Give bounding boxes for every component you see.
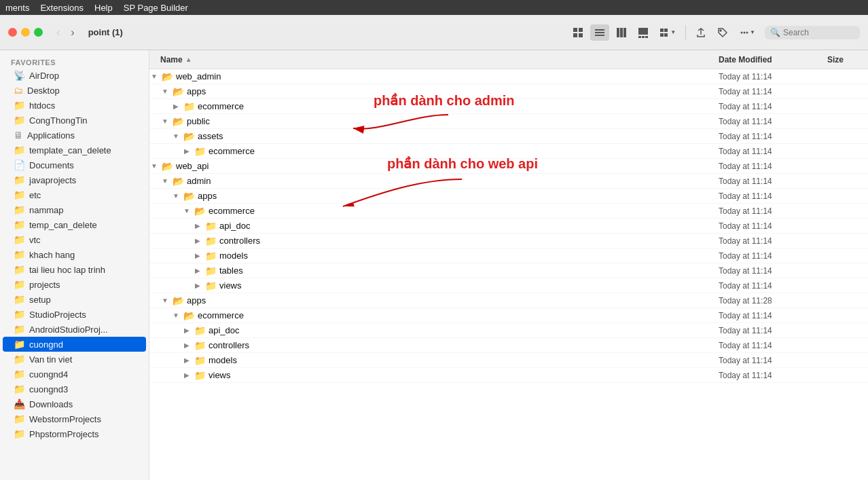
folder-icon: 📂 [173, 116, 184, 127]
table-row[interactable]: ▼ 📂 public Today at 11:14 [149, 114, 868, 129]
sidebar-item-htdocs[interactable]: 📁 htdocs [3, 98, 146, 113]
expand-icon[interactable]: ▼ [160, 177, 170, 186]
file-name: models [219, 251, 719, 261]
close-button[interactable] [8, 28, 17, 37]
sidebar-item-etc[interactable]: 📁 etc [3, 187, 146, 202]
expand-icon[interactable]: ▶ [182, 326, 192, 335]
table-row[interactable]: ▼ 📂 ecommerce Today at 11:14 [149, 308, 868, 323]
maximize-button[interactable] [34, 28, 43, 37]
expand-icon[interactable]: ▼ [171, 311, 181, 320]
expand-icon[interactable]: ▶ [193, 251, 202, 261]
sidebar-item-nammap[interactable]: 📁 nammap [3, 202, 146, 217]
expand-icon[interactable]: ▶ [182, 371, 192, 380]
folder-icon: 📁 [205, 265, 217, 276]
view-columns-button[interactable] [612, 24, 631, 41]
sidebar-item-congthongtin[interactable]: 📁 CongThongTin [3, 113, 146, 128]
minimize-button[interactable] [21, 28, 30, 37]
table-row[interactable]: ▶ 📁 controllers Today at 11:14 [149, 234, 868, 248]
expand-icon[interactable]: ▶ [193, 221, 202, 231]
sidebar-item-template-can-delete[interactable]: 📁 template_can_delete [3, 143, 146, 158]
sidebar-item-projects[interactable]: 📁 projects [3, 277, 146, 292]
folder-icon: 📁 [14, 384, 25, 394]
expand-icon[interactable]: ▶ [193, 281, 202, 291]
expand-icon[interactable]: ▶ [193, 266, 202, 276]
sidebar-item-documents[interactable]: 📄 Documents [3, 158, 146, 172]
table-row[interactable]: ▶ 📁 controllers Today at 11:14 [149, 338, 868, 353]
svg-rect-16 [660, 33, 664, 37]
sidebar-item-setup[interactable]: 📁 setup [3, 292, 146, 307]
sidebar-item-cuongnd[interactable]: 📁 cuongnd [3, 337, 146, 352]
sidebar-item-webstorm[interactable]: 📁 WebstormProjects [3, 411, 146, 426]
share-button[interactable] [691, 24, 710, 41]
menu-help[interactable]: Help [94, 3, 113, 13]
sidebar-item-studioprojects[interactable]: 📁 StudioProjects [3, 307, 146, 322]
table-row[interactable]: ▼ 📂 apps Today at 11:28 [149, 293, 868, 308]
col-name-header[interactable]: Name ▲ [149, 55, 719, 64]
svg-rect-0 [573, 28, 577, 32]
view-gallery-button[interactable] [634, 24, 653, 41]
search-box[interactable]: 🔍 [765, 26, 860, 39]
sidebar-item-phpstorm[interactable]: 📁 PhpstormProjects [3, 426, 146, 441]
expand-icon[interactable]: ▶ [182, 356, 192, 365]
view-list-button[interactable] [590, 24, 609, 41]
expand-icon[interactable]: ▶ [193, 236, 202, 246]
view-icon-button[interactable] [568, 24, 587, 41]
folder-icon: 📁 [14, 354, 25, 365]
table-row[interactable]: ▶ 📁 api_doc Today at 11:14 [149, 219, 868, 234]
file-content: Name ▲ Date Modified Size ▼ 📂 web_admin … [149, 50, 868, 480]
expand-icon[interactable]: ▼ [171, 132, 181, 141]
sidebar-item-temp-can-delete[interactable]: 📁 temp_can_delete [3, 217, 146, 232]
table-row[interactable]: ▼ 📂 web_api Today at 11:14 [149, 159, 868, 174]
search-input[interactable] [783, 28, 851, 37]
expand-icon[interactable]: ▼ [160, 87, 170, 96]
sidebar-item-applications[interactable]: 🖥 Applications [3, 128, 146, 143]
expand-icon[interactable]: ▼ [160, 117, 170, 126]
table-row[interactable]: ▶ 📁 models Today at 11:14 [149, 248, 868, 263]
sidebar-item-desktop[interactable]: 🗂 Desktop [3, 83, 146, 98]
sidebar-item-androidstudio[interactable]: 📁 AndroidStudioProj... [3, 322, 146, 337]
expand-icon[interactable]: ▶ [182, 341, 192, 350]
folder-icon: 📂 [183, 191, 195, 202]
back-button[interactable]: ‹ [54, 25, 62, 40]
sidebar-item-khach-hang[interactable]: 📁 khach hang [3, 247, 146, 262]
table-row[interactable]: ▶ 📁 ecommerce Today at 11:14 [149, 144, 868, 159]
menu-ments[interactable]: ments [5, 3, 29, 13]
menu-extensions[interactable]: Extensions [40, 3, 84, 13]
table-row[interactable]: ▶ 📁 views Today at 11:14 [149, 368, 868, 383]
table-row[interactable]: ▼ 📂 assets Today at 11:14 [149, 129, 868, 144]
menu-sp-page-builder[interactable]: SP Page Builder [124, 3, 188, 13]
table-row[interactable]: ▶ 📁 tables Today at 11:14 [149, 263, 868, 278]
table-row[interactable]: ▼ 📂 apps Today at 11:14 [149, 84, 868, 99]
table-row[interactable]: ▼ 📂 ecommerce Today at 11:14 [149, 204, 868, 219]
forward-button[interactable]: › [68, 25, 77, 40]
table-row[interactable]: ▶ 📁 models Today at 11:14 [149, 353, 868, 368]
table-row[interactable]: ▼ 📂 admin Today at 11:14 [149, 174, 868, 189]
col-size-header[interactable]: Size [827, 55, 868, 64]
sidebar-item-van-tin-viet[interactable]: 📁 Van tin viet [3, 352, 146, 367]
expand-icon[interactable]: ▶ [171, 102, 181, 111]
sidebar-item-label: javaprojects [29, 175, 76, 185]
expand-icon[interactable]: ▼ [160, 296, 170, 306]
sidebar-item-cuongnd4[interactable]: 📁 cuongnd4 [3, 367, 146, 382]
expand-icon[interactable]: ▶ [182, 147, 192, 156]
sidebar-item-downloads[interactable]: 📥 Downloads [3, 396, 146, 411]
sidebar-item-cuongnd3[interactable]: 📁 cuongnd3 [3, 382, 146, 396]
table-row[interactable]: ▶ 📁 views Today at 11:14 [149, 278, 868, 293]
table-row[interactable]: ▼ 📂 apps Today at 11:14 [149, 189, 868, 204]
expand-icon[interactable]: ▼ [149, 72, 159, 81]
view-grid-dropdown-button[interactable]: ▼ [655, 24, 680, 41]
table-row[interactable]: ▶ 📁 ecommerce Today at 11:14 [149, 99, 868, 114]
table-row[interactable]: ▼ 📂 web_admin Today at 11:14 [149, 69, 868, 84]
expand-icon[interactable]: ▼ [149, 162, 159, 171]
sidebar-item-airdrop[interactable]: 📡 AirDrop [3, 68, 146, 83]
expand-icon[interactable]: ▼ [171, 191, 181, 201]
col-date-header[interactable]: Date Modified [719, 55, 827, 64]
sidebar-item-tai-lieu[interactable]: 📁 tai lieu hoc lap trinh [3, 262, 146, 277]
date-modified: Today at 11:14 [719, 221, 827, 231]
sidebar-item-javaprojects[interactable]: 📁 javaprojects [3, 172, 146, 187]
tag-button[interactable] [713, 24, 732, 41]
sidebar-item-vtc[interactable]: 📁 vtc [3, 232, 146, 247]
more-button[interactable]: ▼ [735, 24, 759, 41]
expand-icon[interactable]: ▼ [182, 206, 192, 216]
table-row[interactable]: ▶ 📁 api_doc Today at 11:14 [149, 323, 868, 338]
